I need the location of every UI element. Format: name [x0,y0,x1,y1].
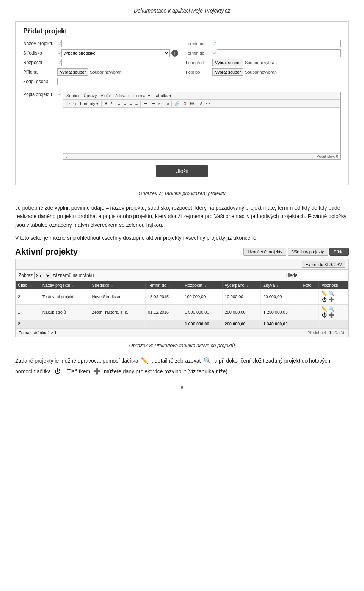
priloha-label: Příloha [23,69,57,75]
toolbar-list-ol[interactable]: ≔ [149,101,157,107]
toolbar-align-justify[interactable]: ≡ [134,101,139,106]
stredisko-row: Středisko ✓ Vyberte středisko + [23,49,178,57]
row1-cislo: 2 [16,289,40,305]
zodp-osoba-input[interactable] [57,78,178,85]
priloha-file-btn[interactable]: Vybrat soubor [57,68,88,76]
row2-edit-icon[interactable]: ✏️ [321,306,327,312]
stredisko-add-btn[interactable]: + [171,50,178,57]
foto-pred-label: Foto před [186,60,212,65]
aktivni-projekty-header: Aktivní projekty Ukončené projekty Všech… [15,247,349,257]
row1-plus-icon[interactable]: ➕ [328,297,334,303]
toolbar-align-right[interactable]: ≡ [128,101,133,106]
menu-upravy[interactable]: Úpravy [82,93,98,99]
summary-foto [301,320,319,328]
toolbar-bold[interactable]: B [103,101,109,106]
show-records: Zobraz 25 záznamů na stránku [19,272,94,279]
search-inline-icon: 🔍 [202,356,213,366]
row2-termin: 01.12.2016 [145,304,182,320]
th-rozpocet: Rozpočet ↕ [182,281,222,289]
ukoncene-projekty-btn[interactable]: Ukončené projekty [243,248,286,256]
termin-do-required-icon: ✓ [213,51,217,56]
page-number: 8 [15,385,349,394]
table-header-row: Číslo ↕ Název projektu ↕ Středisko ↕ Ter… [16,281,348,289]
table-row: 2 Testovaci projekt Nove Stredisko 18.02… [16,289,348,305]
zodp-osoba-row: Zodp. osoba [23,78,178,85]
foto-pred-btn[interactable]: Vybrat soubor [212,59,243,66]
toolbar-redo[interactable]: ↪ [72,101,78,107]
th-moznosti: Možnosti [319,281,348,289]
row2-plus-icon[interactable]: ➕ [328,312,334,318]
th-foto: Foto [301,281,319,289]
editor-toolbar: ↩ ↪ Formáty ▾ B I ≡ ≡ ≡ ≡ ≔ ≔ [63,100,340,108]
hledej-label: Hledej [286,273,298,278]
records-select[interactable]: 25 [34,272,51,279]
foto-po-btn[interactable]: Vybrat soubor [212,68,243,76]
toolbar-outdent[interactable]: ⇤ [157,101,163,107]
row1-power-icon[interactable]: ⏻ [321,297,327,303]
caption2: Obrázek 8: Příkladová tabulka aktivních … [15,343,349,348]
row1-search-icon[interactable]: 🔍 [328,291,334,297]
menu-tabulka[interactable]: Tabulka ▾ [152,93,173,99]
menu-zobrazit[interactable]: Zobrazit [113,93,131,99]
form-box: Přidat projekt Název projektu ✓ Středisk… [15,21,349,185]
prev-page-btn[interactable]: Předchozí [306,330,328,335]
editor-footer: p Počet slov: 0 [63,153,340,159]
toolbar-image[interactable]: 🖼 [188,101,196,106]
summary-vycerpano: 260 000,00 [222,320,261,328]
save-button[interactable]: Uložit [156,165,207,177]
nazev-projektu-row: Název projektu ✓ [23,40,178,47]
rozpocet-input[interactable] [61,59,178,66]
toolbar-formats-dropdown[interactable]: Formáty ▾ [78,101,100,107]
stredisko-label: Středisko [23,50,57,56]
editor-body[interactable] [63,108,340,153]
toolbar-link[interactable]: 🔗 [173,101,181,107]
rich-text-editor: Soubor Úpravy Vložit Zobrazit Formát ▾ T… [63,92,341,160]
menu-soubor[interactable]: Soubor [65,93,81,99]
row2-cislo: 1 [16,304,40,320]
menu-vlozit[interactable]: Vložit [99,93,112,99]
summary-moznosti [319,320,348,328]
bottom-text: Zadané projekty je možné upravovat pomoc… [15,356,349,377]
th-stredisko: Středisko ↕ [89,281,146,289]
search-input[interactable] [300,272,345,279]
toolbar-font-color[interactable]: A [198,101,204,106]
nazev-projektu-input[interactable] [61,40,178,47]
nazev-required-icon: ✓ [58,41,61,46]
toolbar-undo[interactable]: ↩ [65,101,71,107]
row1-edit-icon[interactable]: ✏️ [321,291,327,297]
termin-do-label: Termín do [186,51,212,55]
row1-rozpocet: 100 000,00 [182,289,222,305]
toolbar-sep4 [171,101,172,107]
toolbar-unlink[interactable]: ⊘ [182,101,188,107]
row2-search-icon[interactable]: 🔍 [328,306,334,312]
row1-nazev: Testovaci projekt [40,289,89,305]
pridat-btn[interactable]: Přidat [329,248,349,256]
th-zbyva: Zbývá ↕ [261,281,301,289]
toolbar-align-center[interactable]: ≡ [122,101,127,106]
termin-do-input[interactable] [217,49,341,57]
next-page-btn[interactable]: Další [333,330,345,335]
popis-projektu-row: Popis projektu ✓ Soubor Úpravy Vložit Zo… [23,90,341,160]
toolbar-more[interactable]: ⋯ [204,101,212,107]
toolbar-indent[interactable]: ⇥ [164,101,170,107]
zodp-osoba-label: Zodp. osoba [23,79,57,84]
export-btn[interactable]: Export do XLS/CSV [302,261,345,268]
rozpocet-row: Rozpočet ✓ [23,59,178,66]
current-page: 1 [329,330,331,335]
edit-inline-icon: ✏️ [140,356,150,366]
row2-power-icon[interactable]: ⏻ [321,312,327,318]
power-inline-icon: ⏻ [52,366,63,377]
toolbar-italic[interactable]: I [109,101,113,106]
page-header: Dokumentace k aplikaci Moje-Projekty.cz [15,8,349,14]
nazev-projektu-label: Název projektu [23,41,57,46]
termin-od-input[interactable] [217,40,341,47]
row2-zbyva: 1 250 000,00 [261,304,301,320]
form-grid: Název projektu ✓ Středisko ✓ Vyberte stř… [23,40,341,87]
stredisko-select[interactable]: Vyberte středisko [61,49,170,57]
toolbar-align-left[interactable]: ≡ [116,101,121,106]
row2-moznosti: ✏️ 🔍 ⏻ ➕ [319,304,348,320]
toolbar-list-ul[interactable]: ≔ [142,101,149,107]
vsechny-projekty-btn[interactable]: Všechny projekty [288,248,328,256]
table-footer-left: Zobraz stránku 1 z 1 [19,330,56,335]
menu-format[interactable]: Formát ▾ [132,93,152,99]
